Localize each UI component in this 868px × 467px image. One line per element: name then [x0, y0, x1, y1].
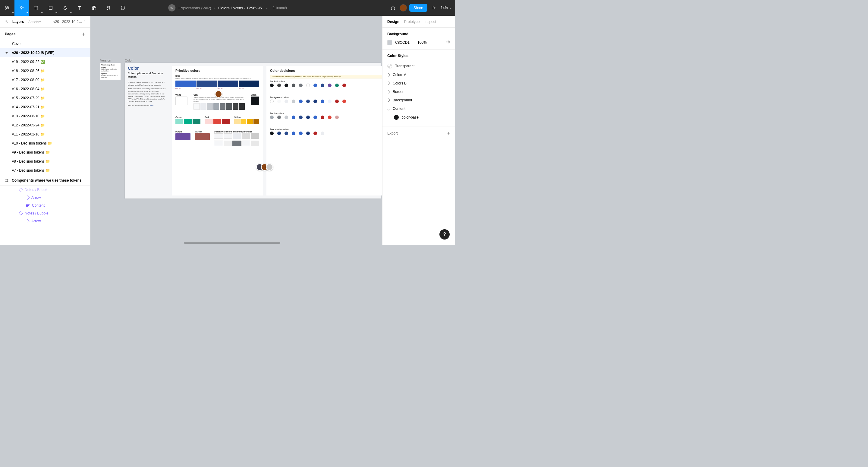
content-colors-label: Content colors: [270, 80, 382, 82]
page-item[interactable]: v13 · 2022-06-10 📁: [0, 112, 90, 121]
svg-rect-8: [95, 6, 96, 7]
shape-tool-button[interactable]: [43, 0, 58, 16]
frame-tool-button[interactable]: [29, 0, 43, 16]
color-style-item[interactable]: Content: [387, 105, 450, 113]
bg-color-swatch[interactable]: [387, 40, 392, 45]
color-style-item[interactable]: Transparent: [387, 62, 450, 70]
page-item[interactable]: v15 · 2022-07-29 📁: [0, 93, 90, 103]
white-label: White: [176, 94, 187, 96]
page-item[interactable]: v18 · 2022-08-26 📁: [0, 66, 90, 76]
layer-item[interactable]: Arrow: [0, 194, 90, 202]
workspace-badge[interactable]: W: [168, 4, 176, 11]
svg-point-0: [6, 6, 7, 7]
page-item[interactable]: v20 · 2022-10-20 🛠 [WIP]: [0, 48, 90, 57]
canvas[interactable]: Version Color Version updates Added Adde…: [90, 16, 382, 245]
breadcrumb-separator: /: [214, 6, 216, 10]
color-style-item[interactable]: Colors A: [387, 70, 450, 79]
search-icon[interactable]: [4, 19, 8, 24]
svg-rect-5: [49, 6, 53, 10]
add-export-button[interactable]: +: [447, 130, 450, 136]
components-frame-row[interactable]: Components where we use these tokens: [0, 175, 90, 185]
export-section[interactable]: Export +: [382, 126, 455, 140]
color-style-item[interactable]: Colors B: [387, 79, 450, 87]
intro-p1: The color palette represents our charact…: [128, 81, 167, 86]
layers-tab[interactable]: Layers: [12, 20, 24, 24]
intro-p3: Red more about our colors here: [128, 104, 167, 107]
page-item[interactable]: v14 · 2022-07-21 📁: [0, 103, 90, 112]
decisions-title: Color decisions: [270, 69, 382, 72]
pages-header: Pages: [5, 32, 16, 36]
color-subheading: Color options and Decision tokens: [128, 72, 167, 79]
shadow-colors-label: Box shadow colors: [270, 128, 382, 130]
present-button[interactable]: [430, 4, 438, 12]
page-item[interactable]: v7 - Decision tokens 📁: [0, 166, 90, 175]
svg-point-3: [7, 7, 9, 9]
color-style-item[interactable]: Background: [387, 96, 450, 105]
visibility-toggle[interactable]: [446, 40, 450, 45]
breadcrumb: W Explorations (WIP) / Colors Tokens - T…: [168, 4, 287, 11]
page-item[interactable]: v8 - Decision tokens 📁: [0, 157, 90, 166]
text-tool-button[interactable]: [72, 0, 87, 16]
green-label: Green: [176, 116, 200, 118]
page-item[interactable]: v19 · 2022-09-22 ✅: [0, 57, 90, 66]
user-avatar[interactable]: [400, 4, 407, 11]
layer-item[interactable]: Content: [0, 202, 90, 209]
warning-banner: ⚠ Color tokens are currently being creat…: [270, 75, 382, 79]
resources-button[interactable]: [87, 0, 101, 16]
layer-item[interactable]: Notes / Bubble: [0, 186, 90, 194]
layer-item[interactable]: Arrow: [0, 217, 90, 225]
maroon-label: Maroon: [195, 130, 210, 133]
design-tab[interactable]: Design: [387, 20, 399, 24]
canvas-scrollbar[interactable]: [184, 242, 280, 244]
purple-label: Purple: [176, 130, 190, 133]
add-page-button[interactable]: +: [82, 31, 85, 37]
audio-button[interactable]: [389, 4, 397, 12]
pages-list: Coverv20 · 2022-10-20 🛠 [WIP]v19 · 2022-…: [0, 39, 90, 175]
layer-item[interactable]: Notes / Bubble: [0, 209, 90, 217]
svg-rect-7: [92, 6, 94, 7]
bg-hex-value[interactable]: C8CCD1: [395, 40, 410, 45]
page-item[interactable]: v11 · 2022-02-16 📁: [0, 130, 90, 139]
zoom-control[interactable]: 14%⌄: [441, 6, 452, 10]
share-button[interactable]: Share: [409, 4, 427, 12]
color-style-item[interactable]: Border: [387, 87, 450, 96]
bg-opacity-value[interactable]: 100%: [417, 40, 427, 45]
inspect-tab[interactable]: Inspect: [424, 20, 436, 24]
prototype-tab[interactable]: Prototype: [404, 20, 420, 24]
color-frame[interactable]: Color Color options and Decision tokens …: [125, 63, 381, 199]
chevron-down-icon[interactable]: ⌄: [266, 6, 268, 10]
page-item[interactable]: v12 · 2022-05-24 📁: [0, 121, 90, 130]
right-panel: Design Prototype Inspect Background C8CC…: [382, 16, 455, 245]
color-frame-label[interactable]: Color: [125, 59, 133, 62]
red-label: Red: [205, 116, 230, 118]
yellow-label: Yellow: [234, 116, 259, 118]
primitive-title: Primitive colors: [176, 69, 259, 72]
collaborator-cursor-group: [258, 164, 273, 171]
page-picker[interactable]: v20 · 2022-10-2…⌃: [53, 20, 86, 24]
svg-point-6: [65, 8, 65, 8]
pen-tool-button[interactable]: [58, 0, 72, 16]
color-base-style[interactable]: color-base: [387, 113, 450, 122]
page-item[interactable]: v17 · 2022-08-09 📁: [0, 76, 90, 85]
figma-menu-button[interactable]: [0, 0, 14, 16]
branch-indicator[interactable]: 1 branch: [273, 6, 287, 10]
move-tool-button[interactable]: [14, 0, 29, 16]
hand-tool-button[interactable]: [101, 0, 116, 16]
page-item[interactable]: v10 - Decision tokens 📁: [0, 139, 90, 148]
file-name[interactable]: Colors Tokens - T296995: [218, 6, 262, 10]
help-button[interactable]: ?: [439, 229, 450, 239]
intro-p2: Because content readability for everyone…: [128, 87, 167, 103]
svg-rect-9: [92, 8, 94, 10]
version-frame[interactable]: Version updates Added Added background n…: [100, 63, 121, 80]
page-item[interactable]: Cover: [0, 39, 90, 48]
left-panel: Layers Assets v20 · 2022-10-2…⌃ Pages + …: [0, 16, 90, 245]
assets-tab[interactable]: Assets: [28, 20, 32, 24]
project-name[interactable]: Explorations (WIP): [179, 6, 211, 10]
version-frame-label[interactable]: Version: [100, 59, 111, 62]
page-item[interactable]: v9 - Decision tokens 📁: [0, 148, 90, 157]
primitive-colors-panel: Primitive colors Blue Wikilink is the co…: [172, 66, 263, 196]
comment-tool-button[interactable]: [116, 0, 130, 16]
color-styles-title: Color Styles: [387, 54, 450, 58]
page-item[interactable]: v16 · 2022-08-04 📁: [0, 85, 90, 93]
color-heading: Color: [128, 66, 167, 70]
